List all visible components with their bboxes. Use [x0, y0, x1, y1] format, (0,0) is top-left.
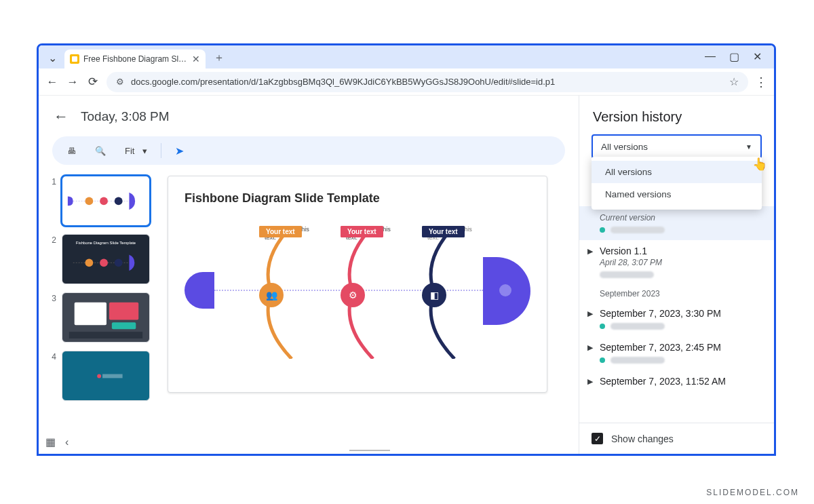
fishbone-diagram: 👥 Your text You can edit this text. You … [185, 218, 530, 367]
nav-reload-icon[interactable]: ⟳ [86, 75, 100, 89]
bone-2: ⚙ Your text You can edit this text. You … [313, 226, 395, 359]
tab-strip: ⌄ Free Fishbone Diagram Slide Te ✕ ＋ — ▢… [39, 45, 774, 69]
editor-name-redacted [610, 323, 665, 330]
version-item-current[interactable]: Current version [579, 206, 774, 240]
browser-window: ⌄ Free Fishbone Diagram Slide Te ✕ ＋ — ▢… [37, 43, 776, 456]
version-date: September 7, 2023, 3:30 PM [600, 308, 762, 319]
editor-dot-icon [600, 324, 605, 329]
version-section-label: September 2023 [579, 285, 774, 303]
current-label: Current version [600, 213, 762, 222]
version-date: September 7, 2023, 11:52 AM [600, 376, 762, 387]
version-history-panel: Version history All versions ▼ 👆 All ver… [579, 96, 774, 454]
svg-point-1 [85, 197, 93, 206]
svg-text:Fishbone Diagram Slide Templat: Fishbone Diagram Slide Template [76, 241, 136, 245]
editor-dot-icon [600, 357, 605, 363]
browser-menu-icon[interactable]: ⋮ [755, 75, 767, 90]
address-field[interactable]: ⚙ docs.google.com/presentation/d/1aKzgbb… [106, 72, 748, 92]
node-people-icon: 👥 [259, 283, 284, 307]
slides-favicon [70, 54, 79, 64]
print-button[interactable]: 🖶 [62, 143, 81, 159]
slide-canvas-area: Fishbone Diagram Slide Template 👥 Your t… [168, 176, 572, 454]
version-timestamp: Today, 3:08 PM [81, 109, 170, 124]
expand-chevron-icon[interactable]: ▶ [587, 377, 593, 386]
editor-dot-icon [600, 227, 605, 233]
slide-thumb-2[interactable]: Fishbone Diagram Slide Template [62, 234, 150, 284]
svg-point-7 [100, 258, 108, 267]
url-text: docs.google.com/presentation/d/1aKzgbbsg… [131, 77, 555, 87]
fish-head [483, 257, 530, 325]
panel-title: Version history [579, 96, 774, 134]
toolbar: 🖶 🔍 Fit ▾ ➤ [52, 136, 565, 165]
window-controls: — ▢ ✕ [705, 50, 767, 63]
close-tab-icon[interactable]: ✕ [192, 54, 200, 64]
nav-back-icon[interactable]: ← [45, 75, 59, 89]
thumb-index: 3 [50, 292, 56, 303]
expand-chevron-icon[interactable]: ▶ [587, 343, 593, 352]
version-name: Version 1.1 [600, 246, 762, 256]
bone-1: 👥 Your text You can edit this text. You … [232, 226, 313, 359]
svg-point-8 [115, 258, 123, 267]
minimize-icon[interactable]: — [705, 50, 716, 63]
version-item[interactable]: ▶ Version 1.1 April 28, 3:07 PM [579, 240, 774, 285]
editor-name-redacted [600, 271, 654, 278]
svg-rect-9 [75, 303, 106, 325]
fish-tail [185, 272, 214, 309]
editor-name-redacted [610, 227, 665, 233]
pointer-tool-icon[interactable]: ➤ [170, 142, 189, 160]
version-date: April 28, 3:07 PM [600, 258, 762, 267]
zoom-select[interactable]: Fit ▾ [119, 143, 153, 159]
bookmark-star-icon[interactable]: ☆ [729, 75, 739, 88]
tab-title: Free Fishbone Diagram Slide Te [83, 54, 188, 64]
filter-value: All versions [601, 142, 648, 152]
version-list: Current version ▶ Version 1.1 April 28, … [579, 206, 774, 423]
node-shapes-icon: ◧ [422, 283, 446, 307]
close-window-icon[interactable]: ✕ [753, 50, 762, 63]
zoom-out-button[interactable]: 🔍 [90, 143, 111, 159]
new-tab-button[interactable]: ＋ [211, 50, 227, 66]
toolbar-separator [161, 143, 161, 158]
vh-header: ← Today, 3:08 PM [39, 96, 579, 132]
resize-handle[interactable] [349, 450, 390, 451]
tab-search-icon[interactable]: ⌄ [45, 51, 59, 64]
checkbox-checked-icon[interactable]: ✓ [592, 433, 603, 444]
collapse-icon[interactable]: ‹ [65, 436, 69, 448]
dropdown-arrow-icon: ▼ [745, 143, 752, 151]
dropdown-option-named[interactable]: Named versions [592, 183, 762, 206]
bone-tag: Your text [259, 226, 302, 237]
svg-point-13 [97, 374, 101, 378]
slide-canvas[interactable]: Fishbone Diagram Slide Template 👥 Your t… [168, 176, 547, 393]
site-settings-icon[interactable]: ⚙ [116, 77, 124, 87]
expand-chevron-icon[interactable]: ▶ [587, 309, 593, 318]
slide-thumb-4[interactable] [62, 351, 150, 401]
version-filter-select[interactable]: All versions ▼ [592, 134, 762, 159]
node-gear-icon: ⚙ [341, 283, 365, 307]
thumb-index: 2 [50, 234, 56, 245]
expand-chevron-icon[interactable]: ▶ [587, 247, 593, 256]
nav-forward-icon[interactable]: → [66, 75, 79, 89]
slide-thumb-3[interactable] [62, 292, 150, 343]
watermark: SLIDEMODEL.COM [706, 488, 799, 497]
view-controls: ▦ ‹ [45, 435, 69, 448]
thumb-index: 4 [50, 351, 56, 362]
version-date: September 7, 2023, 2:45 PM [600, 342, 762, 353]
version-item[interactable]: ▶ September 7, 2023, 11:52 AM [579, 370, 774, 393]
slide-title: Fishbone Diagram Slide Template [185, 191, 530, 206]
bone-tag: Your text [422, 226, 465, 237]
version-item[interactable]: ▶ September 7, 2023, 2:45 PM [579, 336, 774, 370]
back-arrow-icon[interactable]: ← [54, 108, 69, 125]
version-item[interactable]: ▶ September 7, 2023, 3:30 PM [579, 303, 774, 336]
editor-name-redacted [610, 357, 665, 364]
maximize-icon[interactable]: ▢ [729, 50, 739, 63]
svg-rect-12 [69, 332, 142, 338]
url-bar: ← → ⟳ ⚙ docs.google.com/presentation/d/1… [39, 69, 774, 96]
svg-point-3 [115, 197, 123, 206]
svg-rect-14 [102, 374, 123, 378]
bone-3: ◧ Your text You can edit this text. Your… [395, 226, 476, 359]
browser-tab[interactable]: Free Fishbone Diagram Slide Te ✕ [64, 50, 206, 69]
svg-point-2 [100, 197, 108, 206]
show-changes-toggle[interactable]: ✓ Show changes [579, 423, 774, 454]
slide-thumb-1[interactable] [62, 176, 150, 226]
thumbnail-strip: 1 2 Fishbone Diagram Slide Template [50, 176, 158, 454]
dropdown-option-all[interactable]: All versions [592, 161, 762, 183]
grid-view-icon[interactable]: ▦ [45, 435, 56, 448]
